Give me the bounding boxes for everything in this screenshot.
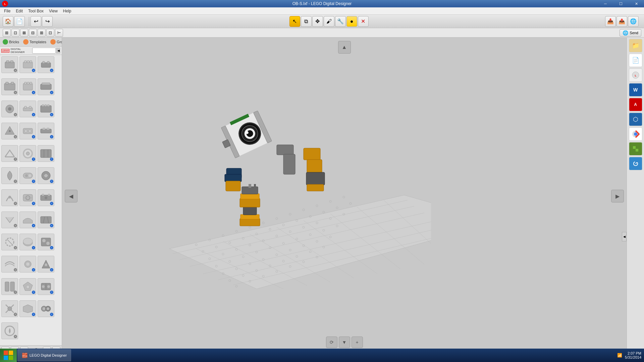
brick-item[interactable]: + — [1, 167, 18, 184]
taskbar-lego-item[interactable]: 🧱 LEGO Digital Designer — [17, 349, 71, 361]
close-button[interactable]: ✕ — [629, 0, 644, 7]
maximize-button[interactable]: ☐ — [613, 0, 629, 7]
sidebar-collapse-arrow[interactable]: ◀ — [622, 232, 627, 241]
brick-item[interactable]: + — [19, 300, 36, 317]
3d-app-icon[interactable]: ⬡ — [629, 113, 642, 126]
brick-item[interactable]: + — [19, 256, 36, 273]
brick-item[interactable]: + — [1, 322, 18, 339]
export-button[interactable]: 📤 — [616, 16, 627, 27]
brick-item[interactable]: + — [38, 300, 54, 317]
chrome-icon[interactable] — [629, 127, 642, 141]
brick-item[interactable]: + — [19, 78, 36, 95]
redo-button[interactable]: ↪ — [42, 16, 53, 27]
hinge-snap-button[interactable]: ⊞ — [38, 29, 46, 37]
brick-item[interactable]: + — [19, 123, 36, 139]
minecraft-icon[interactable] — [629, 142, 642, 156]
minimize-button[interactable]: ─ — [598, 0, 613, 7]
nav-down-button[interactable]: ▼ — [339, 337, 350, 348]
brick-item[interactable]: + — [1, 300, 18, 317]
svg-point-105 — [215, 246, 217, 248]
svg-point-118 — [235, 248, 237, 250]
build-guide-button[interactable]: ⊢ — [55, 29, 63, 37]
brick-item[interactable]: + — [1, 123, 18, 139]
share-button[interactable]: 🌐 — [628, 16, 639, 27]
word-icon[interactable]: W — [629, 83, 642, 97]
brick-item[interactable]: + — [38, 189, 54, 206]
delete-tool-button[interactable]: ✕ — [358, 16, 369, 27]
brick-item[interactable]: + — [1, 101, 18, 117]
brick-item[interactable]: + — [19, 145, 36, 162]
viewport-left-arrow[interactable]: ◀ — [65, 190, 77, 202]
send-button[interactable]: 🌐 Send — [620, 29, 641, 37]
lego-app-sidebar-icon[interactable]: L — [629, 68, 642, 82]
brick-badge: + — [14, 291, 17, 294]
start-button[interactable] — [0, 349, 17, 362]
brick-item[interactable]: + — [1, 234, 18, 250]
svg-rect-176 — [221, 111, 272, 158]
unknown-app-icon[interactable]: 📄 — [629, 54, 642, 67]
brick-item[interactable]: + — [1, 145, 18, 162]
adobe-icon[interactable]: A — [629, 98, 642, 111]
brick-badge: + — [32, 158, 35, 161]
brick-item[interactable]: + — [1, 212, 18, 228]
taskbar-app-label: LEGO Digital Designer — [30, 353, 67, 357]
spiral-icon[interactable] — [629, 157, 642, 170]
brick-item[interactable]: + — [19, 278, 36, 295]
brick-item[interactable]: + — [19, 167, 36, 184]
viewport-right-arrow[interactable]: ▶ — [611, 190, 624, 202]
reset-view-button[interactable]: ⟳ — [326, 337, 337, 348]
brick-item[interactable]: + — [38, 234, 54, 250]
brick-item[interactable]: + — [38, 56, 54, 73]
brick-item[interactable]: + — [38, 278, 54, 295]
collision-button[interactable]: ⊠ — [20, 29, 28, 37]
brick-item[interactable]: + — [1, 78, 18, 95]
brick-item[interactable]: + — [38, 101, 54, 117]
snap-button[interactable]: ⊞ — [3, 29, 11, 37]
menu-help[interactable]: Help — [60, 8, 74, 14]
color-picker-button[interactable]: ● — [346, 16, 357, 27]
brick-item[interactable]: + — [19, 234, 36, 250]
zoom-fit-button[interactable]: + — [352, 337, 363, 348]
svg-point-67 — [26, 285, 30, 289]
brick-item[interactable]: + — [38, 212, 54, 228]
hinge-tool-button[interactable]: 🔧 — [335, 16, 346, 27]
stud-button[interactable]: ⊟ — [29, 29, 37, 37]
brick-item[interactable]: + — [38, 78, 54, 95]
brick-item[interactable]: + — [1, 278, 18, 295]
new-button[interactable]: 📄 — [14, 16, 25, 27]
menu-file[interactable]: File — [1, 8, 13, 14]
brick-item[interactable]: + — [38, 167, 54, 184]
paint-tool-button[interactable]: 🖌 — [324, 16, 334, 27]
brick-item[interactable]: + — [19, 101, 36, 117]
brick-item[interactable]: + — [38, 123, 54, 139]
move-tool-button[interactable]: ✥ — [312, 16, 323, 27]
clone-tool-button[interactable]: ⧉ — [301, 16, 312, 27]
brick-item[interactable]: + — [1, 189, 18, 206]
brick-search-input[interactable] — [32, 48, 56, 54]
flexible-button[interactable]: ⊡ — [46, 29, 54, 37]
home-button[interactable]: 🏠 — [3, 16, 13, 27]
viewport-up-arrow[interactable]: ▲ — [338, 41, 351, 54]
menu-view[interactable]: View — [46, 8, 60, 14]
brick-item[interactable]: + — [38, 256, 54, 273]
file-explorer-icon[interactable]: 📁 — [629, 39, 642, 52]
tab-templates[interactable]: Templates — [22, 39, 48, 45]
brick-item[interactable]: + — [19, 212, 36, 228]
viewport[interactable]: ▲ ◀ ▶ ⟳ ▼ + — [62, 38, 627, 355]
undo-button[interactable]: ↩ — [31, 16, 41, 27]
svg-point-157 — [276, 270, 278, 273]
menu-edit[interactable]: Edit — [13, 8, 25, 14]
menu-toolbox[interactable]: Tool Box — [25, 8, 46, 14]
brick-item[interactable]: + — [1, 56, 18, 73]
svg-point-184 — [245, 131, 249, 134]
import-button[interactable]: 📥 — [605, 16, 616, 27]
tab-bricks[interactable]: Bricks — [1, 39, 20, 45]
select-tool-button[interactable]: ↖ — [289, 16, 300, 27]
brick-item[interactable]: + — [19, 56, 36, 73]
brick-item[interactable]: + — [38, 145, 54, 162]
brick-item[interactable]: + — [19, 189, 36, 206]
panel-collapse-button[interactable]: ◀ — [56, 48, 60, 54]
svg-rect-173 — [307, 160, 322, 173]
grid-button[interactable]: ⊡ — [11, 29, 19, 37]
brick-item[interactable]: + — [1, 256, 18, 273]
